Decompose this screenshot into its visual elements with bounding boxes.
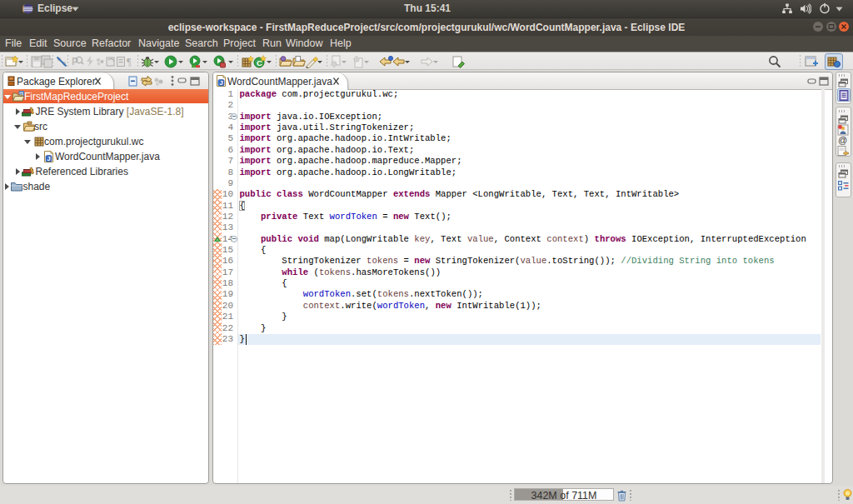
svg-text:J: J [220, 79, 223, 87]
svg-text:¶: ¶ [127, 56, 132, 67]
svg-text:@: @ [838, 135, 847, 145]
svg-text:J: J [47, 155, 51, 162]
